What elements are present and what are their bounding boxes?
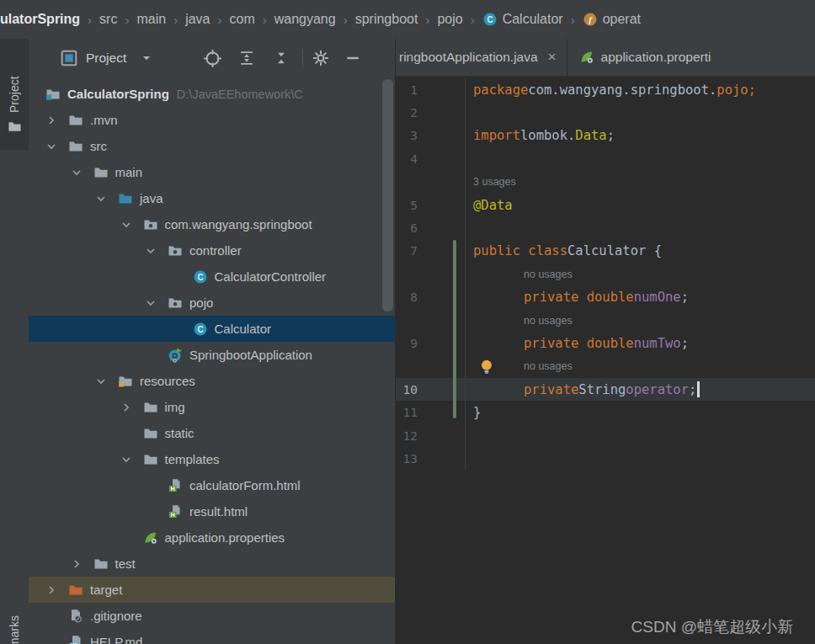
breadcrumb-item-src[interactable]: src (99, 12, 117, 27)
code-line-8[interactable]: 8private double numOne; (396, 286, 815, 309)
tree-item-result-html[interactable]: Hresult.html (29, 498, 396, 524)
code-line-3[interactable]: 3import lombok.Data; (396, 125, 815, 147)
tree-item-pojo[interactable]: pojo (29, 290, 396, 316)
tree-item-label: .gitignore (90, 609, 142, 623)
breadcrumb-item-main[interactable]: main (136, 12, 166, 27)
tree-item-calculator[interactable]: CCalculator (29, 316, 396, 342)
editor-tab-2[interactable]: application.properti (567, 39, 722, 76)
project-view-icon[interactable] (59, 48, 79, 68)
tree-item-application-properties[interactable]: application.properties (29, 524, 396, 551)
usages-inlay-hint[interactable]: no usages (524, 360, 573, 372)
tree-item-calculatorform-html[interactable]: HcalculatorForm.html (29, 472, 396, 498)
tree-item--mvn[interactable]: .mvn (29, 107, 396, 133)
hide-panel-icon[interactable] (343, 48, 363, 68)
tree-item-img[interactable]: img (29, 394, 396, 420)
code-token: Calculator { (567, 243, 662, 258)
editor-gutter[interactable]: 2 (396, 101, 466, 124)
breadcrumb-item-com[interactable]: com (229, 12, 254, 27)
code-inlay-row[interactable]: no usages (396, 309, 815, 332)
chevron-down-icon[interactable] (95, 193, 118, 205)
usages-inlay-hint[interactable]: 3 usages (473, 176, 516, 188)
editor-gutter[interactable]: 12 (396, 424, 466, 447)
breadcrumb-item-springboot[interactable]: springboot (355, 12, 418, 27)
tree-item-resources[interactable]: resources (29, 368, 396, 394)
code-text: private double numTwo; (466, 336, 689, 351)
chevron-down-icon[interactable] (45, 141, 68, 152)
gear-icon[interactable] (311, 48, 331, 68)
breadcrumb-item-pojo[interactable]: pojo (437, 12, 462, 27)
collapse-all-icon[interactable] (271, 48, 291, 68)
code-line-1[interactable]: 1package com.wangyang.springboot.pojo; (396, 78, 815, 101)
tree-item-calculatorspring[interactable]: CalculatorSpringD:\JavaEEhomework\C (29, 81, 396, 107)
breadcrumb-item-operat[interactable]: foperat (583, 12, 641, 27)
bookmarks-stripe-tab[interactable]: marks (0, 615, 29, 644)
editor-gutter[interactable] (396, 171, 466, 194)
code-text: private double numOne; (466, 290, 689, 305)
code-editor[interactable]: 1package com.wangyang.springboot.pojo;23… (396, 77, 815, 471)
breadcrumb-item-wangyang[interactable]: wangyang (274, 12, 336, 27)
folder-icon (93, 556, 112, 572)
code-token: package (473, 82, 528, 98)
chevron-down-icon[interactable] (95, 375, 118, 387)
tree-item-springbootapplication[interactable]: SpringbootApplication (29, 342, 396, 368)
code-line-12[interactable]: 12 (396, 424, 815, 447)
chevron-down-icon[interactable] (120, 454, 143, 466)
breadcrumb-label: wangyang (274, 12, 336, 27)
project-stripe-tab[interactable]: Project (0, 39, 29, 150)
tree-item-src[interactable]: src (29, 133, 396, 159)
editor-gutter[interactable]: 6 (396, 216, 466, 239)
breadcrumb-item-java[interactable]: java (185, 12, 210, 27)
chevron-right-icon[interactable] (45, 114, 68, 126)
editor-gutter[interactable]: 3 (396, 125, 466, 147)
code-line-13[interactable]: 13 (396, 447, 815, 470)
tree-item-test[interactable]: test (29, 551, 396, 577)
close-icon[interactable]: × (548, 49, 557, 66)
project-panel-title[interactable]: Project (86, 51, 126, 66)
tree-item-java[interactable]: java (29, 185, 396, 211)
chevron-down-icon[interactable] (120, 219, 143, 231)
editor-gutter[interactable]: 5 (396, 194, 466, 216)
code-line-7[interactable]: 7public class Calculator { (396, 240, 815, 263)
tree-item-main[interactable]: main (29, 159, 396, 185)
code-inlay-row[interactable]: 3 usages (396, 171, 815, 194)
tree-item-templates[interactable]: templates (29, 446, 396, 472)
chevron-down-icon[interactable] (145, 245, 168, 257)
locate-file-icon[interactable] (202, 48, 222, 68)
code-line-10[interactable]: 10private String operator; (396, 378, 815, 401)
chevron-down-icon[interactable] (136, 48, 157, 68)
code-line-5[interactable]: 5@Data (396, 194, 815, 216)
editor-gutter[interactable]: 1 (396, 78, 466, 101)
tree-item-target[interactable]: target (29, 577, 396, 603)
chevron-right-icon[interactable] (71, 558, 93, 570)
intention-bulb-icon[interactable] (478, 358, 495, 376)
chevron-down-icon[interactable] (71, 167, 93, 178)
breadcrumb-item-calculator[interactable]: CCalculator (482, 12, 563, 27)
tree-item-label: test (115, 556, 136, 571)
code-line-11[interactable]: 11} (396, 401, 815, 423)
code-line-2[interactable]: 2 (396, 101, 815, 124)
tree-item-controller[interactable]: controller (29, 237, 396, 263)
usages-inlay-hint[interactable]: no usages (524, 315, 573, 327)
code-line-6[interactable]: 6 (396, 216, 815, 239)
editor-gutter[interactable]: 4 (396, 147, 466, 170)
expand-all-icon[interactable] (237, 48, 257, 68)
vcs-change-marker[interactable] (453, 240, 456, 418)
editor-tab-1[interactable]: ringbootApplication.java× (396, 39, 567, 76)
breadcrumb-item-ulatorspring[interactable]: ulatorSpring (0, 12, 80, 27)
editor-gutter[interactable]: 13 (396, 447, 466, 470)
tree-item-static[interactable]: static (29, 420, 396, 446)
code-line-4[interactable]: 4 (396, 147, 815, 170)
code-inlay-row[interactable]: no usages (396, 263, 815, 285)
tree-item-com-wangyang-springboot[interactable]: com.wangyang.springboot (29, 211, 396, 237)
code-inlay-row[interactable]: no usages (396, 355, 815, 378)
chevron-down-icon[interactable] (145, 297, 168, 309)
chevron-right-icon[interactable] (120, 402, 143, 413)
line-number: 3 (396, 129, 418, 142)
tree-item-help-md[interactable]: MDHELP.md (29, 629, 396, 644)
tree-item--gitignore[interactable]: .gitignore (29, 603, 396, 629)
scrollbar-thumb[interactable] (382, 79, 393, 311)
chevron-right-icon[interactable] (45, 584, 68, 596)
code-line-9[interactable]: 9private double numTwo; (396, 332, 815, 354)
tree-item-calculatorcontroller[interactable]: CCalculatorController (29, 263, 396, 290)
usages-inlay-hint[interactable]: no usages (524, 269, 573, 280)
